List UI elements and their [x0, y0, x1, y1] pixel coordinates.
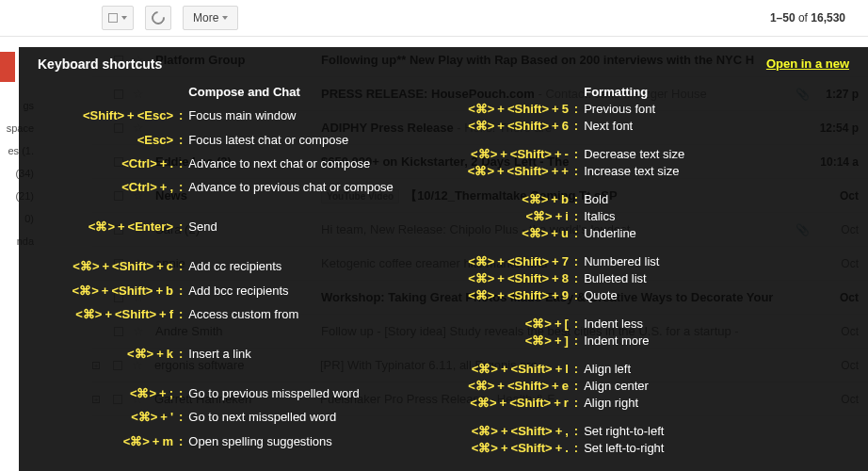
shortcut-desc: Add bcc recipients	[188, 284, 394, 307]
keyboard-shortcuts-overlay: Keyboard shortcuts Open in a new Compose…	[19, 47, 868, 471]
overlay-title: Keyboard shortcuts	[38, 57, 162, 72]
more-label: More	[193, 11, 218, 24]
shortcut-row: <⌘>+m:Open spelling suggestions	[38, 434, 394, 458]
shortcut-row: <⌘>+b:Bold	[433, 192, 684, 209]
shortcut-row: <⌘>+i:Italics	[433, 209, 684, 226]
shortcut-keys: <⌘>+<Shift>+5	[433, 102, 574, 119]
refresh-icon	[149, 8, 168, 27]
shortcut-desc: Set left-to-right	[584, 441, 684, 458]
shortcut-desc: Align center	[584, 379, 684, 396]
select-all-checkbox[interactable]	[102, 6, 134, 30]
shortcut-keys: <⌘>+<Shift>+b	[38, 284, 179, 307]
shortcut-row: <⌘>+<Shift>+l:Align left	[433, 362, 684, 379]
shortcut-keys: <⌘>+u	[433, 226, 574, 243]
shortcut-desc: Indent less	[584, 317, 684, 333]
shortcut-desc: Next font	[584, 119, 684, 136]
shortcut-desc: Advance to next chat or compose	[188, 156, 394, 180]
shortcut-row: <⌘>+<Shift>+.:Set left-to-right	[433, 441, 684, 458]
pager: 1–50 of 16,530	[770, 11, 859, 24]
open-new-window-link[interactable]: Open in a new	[766, 57, 849, 71]
section-heading: Compose and Chat	[188, 85, 394, 108]
shortcut-keys: <Shift>+<Esc>	[38, 108, 179, 132]
shortcut-row: <Ctrl>+,:Advance to previous chat or com…	[38, 180, 394, 203]
shortcut-row: <⌘>+<Shift>+9:Quote	[433, 288, 684, 305]
more-button[interactable]: More	[183, 6, 238, 30]
shortcut-keys: <Ctrl>+.	[38, 156, 179, 180]
shortcut-keys: <⌘>+<Shift>+e	[433, 379, 574, 396]
shortcut-row: <⌘>+[:Indent less	[433, 317, 684, 333]
shortcut-desc: Advance to previous chat or compose	[188, 180, 394, 203]
shortcut-keys: <⌘>+<Shift>+8	[433, 271, 574, 288]
shortcut-keys: <⌘>+i	[433, 209, 574, 226]
toolbar: More 1–50 of 16,530	[0, 0, 868, 37]
shortcut-keys: <⌘>+<Shift>+f	[38, 307, 179, 331]
shortcut-keys: <⌘>+'	[38, 410, 179, 433]
shortcut-column-formatting: Formatting<⌘>+<Shift>+5:Previous font<⌘>…	[433, 85, 684, 458]
shortcut-row: <⌘>+;:Go to previous misspelled word	[38, 386, 394, 410]
shortcut-desc: Send	[188, 219, 394, 243]
shortcut-desc: Numbered list	[584, 254, 684, 271]
shortcut-desc: Focus latest chat or compose	[188, 133, 394, 156]
shortcut-row: <⌘>+<Shift>+r:Align right	[433, 396, 684, 413]
shortcut-row: <Esc>:Focus latest chat or compose	[38, 133, 394, 156]
shortcut-desc: Access custom from	[188, 307, 394, 331]
section-heading: Formatting	[584, 85, 684, 102]
shortcut-row: <⌘>+<Shift>+f:Access custom from	[38, 307, 394, 331]
shortcut-keys: <⌘>+<Shift>+-	[433, 147, 574, 164]
shortcut-row: <⌘>+<Shift>+7:Numbered list	[433, 254, 684, 271]
shortcut-row: <Ctrl>+.:Advance to next chat or compose	[38, 156, 394, 180]
shortcut-keys: <⌘>+<Shift>+l	[433, 362, 574, 379]
shortcut-keys: <⌘>+k	[38, 347, 179, 370]
shortcut-keys: <⌘>+<Enter>	[38, 219, 179, 243]
compose-button-edge[interactable]	[0, 52, 15, 82]
shortcut-desc: Go to previous misspelled word	[188, 386, 394, 410]
shortcut-row: <⌘>+<Shift>+,:Set right-to-left	[433, 424, 684, 441]
shortcut-keys: <⌘>+<Shift>+,	[433, 424, 574, 441]
shortcut-desc: Quote	[584, 288, 684, 305]
shortcut-desc: Open spelling suggestions	[188, 434, 394, 458]
shortcut-keys: <⌘>+]	[433, 333, 574, 350]
caret-down-icon	[222, 16, 228, 20]
shortcut-row: <⌘>+':Go to next misspelled word	[38, 410, 394, 433]
shortcut-keys: <⌘>+b	[433, 192, 574, 209]
shortcut-row: <⌘>+k:Insert a link	[38, 347, 394, 370]
shortcut-row: <⌘>+<Enter>:Send	[38, 219, 394, 243]
shortcut-desc: Bold	[584, 192, 684, 209]
shortcut-desc: Align right	[584, 396, 684, 413]
shortcut-desc: Indent more	[584, 333, 684, 350]
shortcut-desc: Decrease text size	[584, 147, 684, 164]
shortcut-desc: Go to next misspelled word	[188, 410, 394, 433]
shortcut-row: <⌘>+<Shift>+6:Next font	[433, 119, 684, 136]
shortcut-desc: Focus main window	[188, 108, 394, 132]
refresh-button[interactable]	[145, 6, 171, 30]
shortcut-keys: <⌘>+<Shift>+7	[433, 254, 574, 271]
shortcut-keys: <⌘>+<Shift>+9	[433, 288, 574, 305]
shortcut-column-compose: Compose and Chat<Shift>+<Esc>:Focus main…	[38, 85, 394, 458]
shortcut-keys: <⌘>+<Shift>+c	[38, 259, 179, 283]
shortcut-row: <⌘>+<Shift>+8:Bulleted list	[433, 271, 684, 288]
shortcut-keys: <⌘>+<Shift>++	[433, 164, 574, 181]
shortcut-desc: Insert a link	[188, 347, 394, 370]
shortcut-desc: Align left	[584, 362, 684, 379]
shortcut-desc: Underline	[584, 226, 684, 243]
shortcut-row: <Shift>+<Esc>:Focus main window	[38, 108, 394, 132]
shortcut-desc: Bulleted list	[584, 271, 684, 288]
shortcut-keys: <⌘>+<Shift>+r	[433, 396, 574, 413]
shortcut-row: <⌘>+<Shift>+5:Previous font	[433, 102, 684, 119]
shortcut-keys: <⌘>+[	[433, 317, 574, 333]
pager-range: 1–50	[770, 11, 796, 24]
shortcut-keys: <⌘>+;	[38, 386, 179, 410]
shortcut-keys: <⌘>+<Shift>+6	[433, 119, 574, 136]
shortcut-row: <⌘>+<Shift>+c:Add cc recipients	[38, 259, 394, 283]
shortcut-desc: Add cc recipients	[188, 259, 394, 283]
shortcut-row: <⌘>+<Shift>+b:Add bcc recipients	[38, 284, 394, 307]
shortcut-keys: <⌘>+<Shift>+.	[433, 441, 574, 458]
shortcut-row: <⌘>+u:Underline	[433, 226, 684, 243]
shortcut-row: <⌘>+<Shift>++:Increase text size	[433, 164, 684, 181]
shortcut-desc: Set right-to-left	[584, 424, 684, 441]
caret-down-icon	[121, 16, 127, 20]
shortcut-desc: Increase text size	[584, 164, 684, 181]
checkbox-icon	[108, 13, 118, 23]
shortcut-desc: Italics	[584, 209, 684, 226]
shortcut-row: <⌘>+<Shift>+e:Align center	[433, 379, 684, 396]
